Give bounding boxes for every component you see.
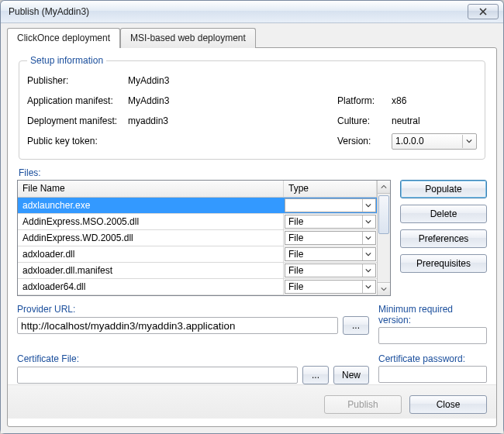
- culture-value: neutral: [392, 115, 477, 126]
- provider-browse-button[interactable]: ...: [343, 316, 369, 335]
- chevron-down-icon: [362, 199, 374, 212]
- file-name-cell: adxloader64.dll: [18, 279, 284, 294]
- tab-clickonce[interactable]: ClickOnce deployment: [7, 28, 120, 48]
- setup-group: Setup information Publisher: MyAddin3 Ap…: [19, 60, 485, 160]
- chevron-down-icon: [362, 215, 374, 228]
- version-dropdown[interactable]: 1.0.0.0: [392, 133, 477, 150]
- prerequisites-button[interactable]: Prerequisites: [400, 254, 487, 273]
- table-row[interactable]: adxlauncher.exeEntryPoint: [18, 198, 377, 214]
- file-name-cell: adxloader.dll.manifest: [18, 263, 284, 278]
- chevron-down-icon: [362, 264, 374, 277]
- delete-button[interactable]: Delete: [400, 205, 487, 223]
- table-row[interactable]: AddinExpress.MSO.2005.dllFile: [18, 214, 377, 230]
- preferences-button[interactable]: Preferences: [400, 229, 487, 248]
- file-type-cell: File: [284, 279, 377, 294]
- scroll-up-button[interactable]: [378, 181, 390, 194]
- cert-pwd-label: Certificate password:: [378, 353, 487, 364]
- min-req-version-label: Minimum required version:: [378, 304, 487, 326]
- scroll-track[interactable]: [378, 194, 390, 282]
- file-name-cell: AddinExpress.WD.2005.dll: [18, 230, 284, 246]
- close-icon: [479, 8, 487, 16]
- file-type-dropdown[interactable]: File: [285, 247, 376, 261]
- file-type-cell: File: [284, 263, 377, 278]
- window-title: Publish (MyAddin3): [9, 6, 89, 17]
- file-type-dropdown[interactable]: File: [285, 264, 376, 277]
- tabstrip: ClickOnce deployment MSI-based web deplo…: [7, 28, 497, 48]
- files-scrollbar[interactable]: [377, 181, 390, 295]
- provider-url-label: Provider URL:: [17, 304, 369, 315]
- titlebar: Publish (MyAddin3): [1, 1, 503, 23]
- publish-button[interactable]: Publish: [324, 395, 402, 414]
- tabpanel-clickonce: Setup information Publisher: MyAddin3 Ap…: [7, 47, 497, 427]
- files-side-buttons: Populate Delete Preferences Prerequisite…: [400, 180, 487, 296]
- files-body: adxlauncher.exeEntryPointAddinExpress.MS…: [18, 198, 377, 295]
- tab-label: ClickOnce deployment: [17, 33, 110, 43]
- tab-label: MSI-based web deployment: [130, 33, 246, 43]
- file-type-dropdown[interactable]: File: [285, 280, 376, 294]
- publish-dialog: Publish (MyAddin3) ClickOnce deployment …: [0, 0, 504, 434]
- files-table: File Name Type adxlauncher.exeEntryPoint…: [17, 180, 391, 296]
- files-header: File Name Type: [18, 181, 377, 198]
- cert-browse-button[interactable]: ...: [302, 366, 329, 384]
- app-manifest-label: Application manifest:: [27, 95, 128, 106]
- scroll-down-button[interactable]: [378, 282, 390, 295]
- version-value: 1.0.0.0: [395, 136, 424, 146]
- col-filename[interactable]: File Name: [18, 181, 284, 197]
- populate-button[interactable]: Populate: [400, 180, 487, 198]
- dep-manifest-value: myaddin3: [128, 115, 268, 126]
- platform-label: Platform:: [337, 95, 392, 106]
- file-type-dropdown[interactable]: EntryPoint: [285, 198, 376, 212]
- file-name-cell: adxloader.dll: [18, 246, 284, 262]
- col-type[interactable]: Type: [284, 181, 377, 197]
- file-type-dropdown[interactable]: File: [285, 215, 376, 229]
- publisher-label: Publisher:: [27, 75, 128, 86]
- cert-file-input[interactable]: [17, 367, 298, 384]
- table-row[interactable]: adxloader.dll.manifestFile: [18, 263, 377, 279]
- tab-msi[interactable]: MSI-based web deployment: [120, 28, 256, 48]
- cert-pwd-input[interactable]: [378, 366, 487, 383]
- close-button[interactable]: Close: [409, 395, 487, 414]
- lower-fields: Provider URL: ... Minimum required versi…: [17, 304, 487, 384]
- file-name-cell: AddinExpress.MSO.2005.dll: [18, 214, 284, 229]
- app-manifest-value: MyAddin3: [128, 95, 268, 106]
- files-label: Files:: [19, 167, 487, 178]
- pk-token-label: Public key token:: [27, 136, 128, 146]
- files-row: File Name Type adxlauncher.exeEntryPoint…: [17, 180, 487, 296]
- publisher-value: MyAddin3: [128, 75, 268, 86]
- content-area: ClickOnce deployment MSI-based web deplo…: [1, 23, 503, 433]
- file-type-cell: EntryPoint: [284, 198, 377, 213]
- cert-new-button[interactable]: New: [333, 366, 369, 384]
- culture-label: Culture:: [337, 115, 392, 126]
- chevron-down-icon: [462, 135, 475, 148]
- file-type-cell: File: [284, 230, 377, 246]
- window-close-button[interactable]: [468, 4, 499, 19]
- file-type-cell: File: [284, 214, 377, 229]
- table-row[interactable]: adxloader64.dllFile: [18, 279, 377, 295]
- dialog-footer: Publish Close: [8, 384, 496, 418]
- setup-group-title: Setup information: [27, 55, 106, 66]
- min-req-version-input[interactable]: [378, 327, 487, 344]
- chevron-down-icon: [362, 281, 374, 293]
- platform-value: x86: [392, 95, 477, 106]
- table-row[interactable]: AddinExpress.WD.2005.dllFile: [18, 230, 377, 246]
- version-label: Version:: [337, 136, 392, 146]
- dep-manifest-label: Deployment manifest:: [27, 115, 128, 126]
- chevron-down-icon: [362, 248, 374, 260]
- file-type-cell: File: [284, 246, 377, 262]
- file-name-cell: adxlauncher.exe: [18, 198, 284, 213]
- provider-url-input[interactable]: [17, 317, 338, 334]
- scroll-thumb[interactable]: [378, 195, 389, 234]
- cert-file-label: Certificate File:: [17, 353, 369, 364]
- chevron-down-icon: [362, 232, 374, 244]
- file-type-dropdown[interactable]: File: [285, 231, 376, 245]
- table-row[interactable]: adxloader.dllFile: [18, 246, 377, 263]
